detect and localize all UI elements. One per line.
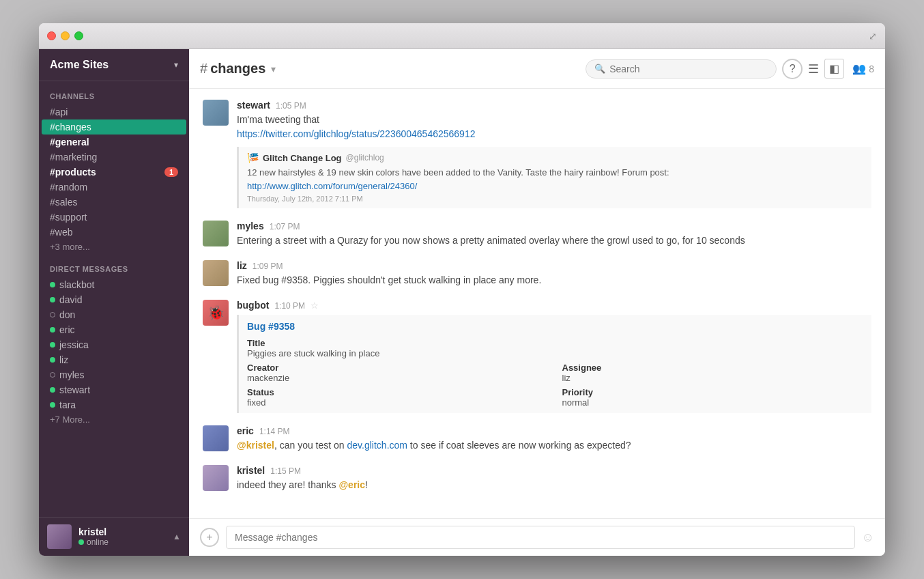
help-button[interactable]: ? (782, 59, 803, 79)
message-author: bugbot (237, 300, 269, 311)
close-button[interactable] (47, 31, 56, 40)
bug-creator-value: mackenzie (247, 373, 549, 383)
avatar (203, 425, 229, 451)
footer-chevron-icon[interactable]: ▲ (173, 532, 181, 541)
inline-link[interactable]: dev.glitch.com (347, 440, 407, 451)
bug-priority-section: Priority normal (562, 387, 864, 408)
channel-label: random (55, 182, 87, 193)
message-group: stewart1:05 PMIm'ma tweeting thathttps:/… (203, 100, 871, 208)
main-header: #changes ▾ 🔍 ? ☰ ◧ 👥 8 (189, 49, 885, 89)
avatar (203, 260, 229, 286)
header-search-area: 🔍 ? ☰ ◧ (586, 59, 844, 79)
sidebar-channel-api[interactable]: # api (39, 104, 189, 119)
channel-title: #changes ▾ (200, 61, 276, 76)
message-group: eric1:14 PM@kristel, can you test on dev… (203, 425, 871, 453)
text-segment: to see if coat sleeves are now working a… (407, 440, 631, 451)
dm-name: tara (59, 399, 76, 410)
member-count-area: 👥 8 (852, 62, 874, 75)
message-content: myles1:07 PMEntering a street with a Qur… (237, 221, 871, 248)
message-time: 1:15 PM (270, 466, 301, 476)
workspace-name: Acme Sites (50, 59, 109, 71)
message-link-area: https://twitter.com/glitchlog/status/223… (237, 127, 871, 141)
avatar (203, 100, 229, 126)
sidebar-channel-changes[interactable]: # changes (42, 119, 186, 135)
sidebar-dm-myles[interactable]: myles (39, 367, 189, 382)
sidebar-dm-tara[interactable]: tara (39, 397, 189, 412)
dm-status-dot (50, 372, 55, 378)
dm-status-dot (50, 357, 55, 363)
dm-more-link[interactable]: +7 More... (39, 412, 189, 427)
sidebar-channel-sales[interactable]: # sales (39, 195, 189, 210)
traffic-lights (47, 31, 83, 40)
attach-button[interactable]: + (200, 528, 219, 547)
star-icon[interactable]: ☆ (311, 300, 319, 311)
app-window: ⤢ Acme Sites ▾ CHANNELS # api# changes# … (39, 23, 885, 556)
channel-hash-icon: # (50, 212, 55, 223)
search-input[interactable] (609, 63, 768, 74)
expand-icon[interactable]: ⤢ (869, 31, 877, 42)
message-content: bugbot1:10 PM☆ Bug #9358 Title Piggies a… (237, 300, 871, 413)
sidebar-channel-marketing[interactable]: # marketing (39, 150, 189, 165)
sidebar-dm-jessica[interactable]: jessica (39, 337, 189, 352)
channel-hash-icon: # (50, 182, 55, 193)
sidebar-channel-support[interactable]: # support (39, 210, 189, 225)
message-author: liz (237, 260, 247, 271)
dm-name: eric (59, 324, 75, 335)
sidebar-header[interactable]: Acme Sites ▾ (39, 49, 189, 81)
message-content: kristel1:15 PMindeed they are! thanks @e… (237, 465, 871, 492)
channel-hash-icon: # (50, 227, 55, 238)
app-body: Acme Sites ▾ CHANNELS # api# changes# ge… (39, 49, 885, 556)
sidebar-dm-liz[interactable]: liz (39, 352, 189, 367)
workspace-chevron-icon: ▾ (174, 60, 178, 70)
bug-status-section: Status fixed (247, 387, 549, 408)
dm-status-dot (50, 402, 55, 408)
maximize-button[interactable] (74, 31, 83, 40)
bug-table: Title Piggies are stuck walking in place… (247, 338, 863, 408)
channel-hash-icon: # (50, 107, 55, 117)
channel-hash: # (200, 61, 207, 76)
channel-name: changes (210, 61, 265, 76)
dm-name: david (59, 294, 82, 305)
message-time: 1:10 PM (274, 301, 305, 311)
message-input[interactable] (226, 526, 855, 549)
bug-creator-label: Creator (247, 363, 549, 373)
dm-status-dot (50, 282, 55, 287)
sidebar-channel-products[interactable]: # products1 (39, 165, 189, 180)
sidebar-dm-slackbot[interactable]: slackbot (39, 277, 189, 292)
sidebar-dm-don[interactable]: don (39, 307, 189, 322)
sidebar-toggle-button[interactable]: ◧ (824, 59, 844, 79)
sidebar-dm-eric[interactable]: eric (39, 322, 189, 337)
channel-hash-icon: # (50, 152, 55, 163)
bug-creator-section: Creator mackenzie (247, 363, 549, 383)
bug-link[interactable]: Bug #9358 (247, 321, 295, 332)
sidebar-dm-stewart[interactable]: stewart (39, 382, 189, 397)
embed-forum-link[interactable]: http://www.glitch.com/forum/general/2436… (247, 181, 417, 191)
channels-more-link[interactable]: +3 more... (39, 240, 189, 254)
minimize-button[interactable] (61, 31, 70, 40)
dm-status-dot (50, 312, 55, 317)
sidebar-channel-random[interactable]: # random (39, 180, 189, 195)
twitter-link[interactable]: https://twitter.com/glitchlog/status/223… (237, 128, 475, 139)
list-view-button[interactable]: ☰ (808, 61, 819, 76)
channel-label: products (55, 167, 96, 178)
embed-card: 🎏 Glitch Change Log @glitchlog 12 new ha… (237, 147, 871, 208)
search-bar[interactable]: 🔍 (586, 59, 777, 79)
channel-label: changes (55, 122, 91, 132)
sidebar-channel-web[interactable]: # web (39, 225, 189, 240)
titlebar: ⤢ (39, 23, 885, 49)
footer-avatar-img (47, 524, 72, 549)
message-content: stewart1:05 PMIm'ma tweeting thathttps:/… (237, 100, 871, 208)
sidebar-channel-general[interactable]: # general (39, 135, 189, 150)
dm-name: myles (59, 369, 85, 380)
dm-name: stewart (59, 384, 90, 395)
embed-header: 🎏 Glitch Change Log @glitchlog (247, 152, 863, 163)
emoji-button[interactable]: ☺ (862, 531, 874, 545)
mention: @eric (338, 479, 365, 490)
footer-user-info: kristel online (78, 526, 166, 547)
channel-dropdown-icon[interactable]: ▾ (271, 63, 276, 74)
message-text: Im'ma tweeting that (237, 113, 871, 127)
message-group: 🐞bugbot1:10 PM☆ Bug #9358 Title Piggies … (203, 300, 871, 413)
channel-badge: 1 (164, 167, 178, 177)
sidebar-dm-david[interactable]: david (39, 292, 189, 307)
dm-status-dot (50, 327, 55, 333)
